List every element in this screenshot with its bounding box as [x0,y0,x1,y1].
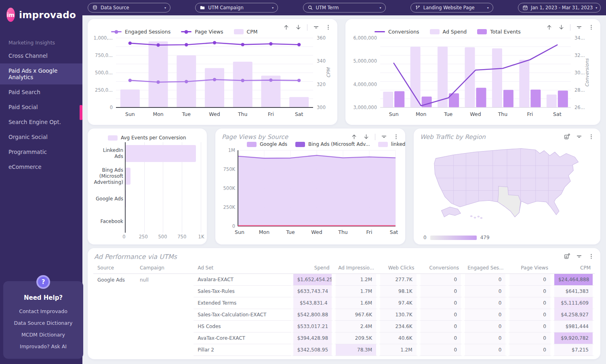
filter-icon[interactable] [313,24,320,31]
legend-swatch [181,31,191,32]
filter-landing-website-page[interactable]: Landing Website Page▾ [410,3,493,13]
filter-utm-campaign[interactable]: UTM Campaign▾ [195,3,278,13]
arrow-up-icon[interactable] [546,24,553,31]
legend-item-bing-ads-microsoft-adv-[interactable]: Bing Ads (Microsoft Adv... [295,141,370,147]
kebab-menu-icon[interactable] [393,133,400,140]
arrow-down-icon[interactable] [558,24,565,31]
svg-text:Sun: Sun [389,111,399,117]
help-question-icon[interactable]: ? [36,275,50,289]
legend-item-linkedin[interactable]: linkedin [378,141,405,147]
search-icon [307,5,313,11]
improvado-logo[interactable]: im improvado [0,0,82,22]
svg-text:Sun: Sun [235,229,244,235]
sidebar-item-paid-social[interactable]: Paid Social [0,100,82,114]
legend-item-engaged-sessions[interactable]: Engaged Sessions [111,29,170,35]
legend-item-google-ads[interactable]: Google Ads [247,141,287,147]
legend-swatch [477,29,487,34]
kebab-menu-icon[interactable] [588,253,595,260]
column-header-clicks[interactable]: Web Clicks [378,263,419,274]
legend-item-total-events[interactable]: Total Events [477,29,521,35]
legend-swatch [375,31,385,32]
help-link-improvado-ask-ai[interactable]: Improvado? Ask AI [6,341,80,352]
cell-campaign [136,309,194,321]
filter-label: UTM Campaign [208,5,243,11]
column-header-page_views[interactable]: Page Views [507,263,552,274]
hbar-category-label: Google Ads [93,196,125,202]
sidebar-item-programmatic[interactable]: Programmatic [0,145,82,159]
column-header-ad_set[interactable]: Ad Set [194,263,291,274]
chart-settings-icon[interactable] [564,253,570,260]
svg-text:Sat: Sat [295,111,303,117]
folder-icon [200,5,205,11]
kebab-menu-icon[interactable] [325,24,332,31]
hbar-plot-area [125,210,201,233]
sidebar-item-organic-social[interactable]: Organic Social [0,130,82,144]
filter-data-source[interactable]: Data Source▾ [88,3,170,13]
arrow-down-icon[interactable] [363,133,370,140]
chart-legend: Avg Events per Conversion [108,135,201,141]
cell-conversions: 0 [419,297,463,309]
filter-bar: Data Source▾UTM Campaign▾UTM Term▾Landin… [82,0,606,15]
column-header-cpm[interactable]: CPM [552,263,595,274]
legend-item-conversions[interactable]: Conversions [375,29,419,35]
svg-text:Sun: Sun [125,111,135,117]
cell-clicks: 98.1K [378,286,419,297]
sidebar-item-ecommerce[interactable]: eCommerce [0,160,82,174]
sidebar-item-paid-search[interactable]: Paid Search [0,85,82,99]
cell-cpm: $641,383 [552,286,595,297]
arrow-up-icon[interactable] [283,24,290,31]
help-card: ? Need Help? Contact ImprovadoData Sourc… [3,281,83,359]
column-header-conversions[interactable]: Conversions [419,263,463,274]
svg-text:500,0...: 500,0... [95,70,113,76]
filter-icon[interactable] [576,133,583,140]
filter-date-range[interactable]: Jan 1, 2023 - Mar 31, 2023▾ [518,3,601,13]
column-header-spend[interactable]: Spend [291,263,334,274]
us-map [419,141,595,220]
cell-ad_set: Sales-Tax-Rules [194,286,291,297]
cell-ad_set: Sales-Tax-Calculation-EXACT [194,309,291,321]
help-link-mcdm-dictionary[interactable]: MCDM Dictionary [6,329,80,341]
legend-label: Ad Spend [443,29,467,35]
filter-icon[interactable] [576,253,583,260]
filter-icon[interactable] [381,133,387,140]
help-link-data-source-dictionary[interactable]: Data Source Dictionary [6,317,80,329]
column-header-engaged[interactable]: Engaged Ses... [463,263,507,274]
hbar-category-label: Bing Ads(MicrosoftAdvertising) [93,167,125,185]
svg-text:Fri: Fri [366,229,372,235]
cell-ad_set: AvaTax-Core-EXACT [194,332,291,344]
kebab-menu-icon[interactable] [588,24,595,31]
card-conversions-adspend-events: ConversionsAd SpendTotal Events 6,000,00… [345,19,600,125]
svg-text:320: 320 [317,82,326,87]
sidebar-item-cross-channel[interactable]: Cross Channel [0,48,82,63]
kebab-menu-icon[interactable] [588,133,595,140]
cell-spend: $633,743.74 [291,286,334,297]
legend-item-avg-events-per-conversion[interactable]: Avg Events per Conversion [108,135,186,141]
cell-page_views: 0 [507,332,552,344]
column-header-source[interactable]: Source [93,263,136,274]
cell-source [93,286,136,297]
legend-swatch [295,142,305,147]
filter-utm-term[interactable]: UTM Term▾ [303,3,386,13]
cell-clicks: 277.7K [378,274,419,286]
svg-text:0: 0 [232,223,235,229]
chart-settings-icon[interactable] [564,133,570,140]
hbar-row: Google Ads [93,187,201,210]
arrow-down-icon[interactable] [295,24,302,31]
hbar-x-axis: 02505007501K [124,233,201,240]
help-link-contact-improvado[interactable]: Contact Improvado [6,305,80,317]
svg-text:300: 300 [317,105,326,110]
filter-icon[interactable] [576,24,583,31]
filter-label: Landing Website Page [423,5,475,11]
svg-text:Sat: Sat [390,229,398,235]
cell-page_views: 0 [507,297,552,309]
sidebar-scroll-indicator[interactable] [80,105,82,120]
arrow-up-icon[interactable] [351,133,358,140]
legend-item-ad-spend[interactable]: Ad Spend [430,29,467,35]
legend-item-cpm[interactable]: CPM [234,29,258,35]
column-header-campaign[interactable]: Campaign [136,263,194,274]
sidebar-item-search-engine-opt-[interactable]: Search Engine Opt. [0,115,82,129]
axis-tick-label: 250 [139,234,148,240]
sidebar-item-paid-ads-x-google-analytics[interactable]: Paid Ads x Google Analytics [0,63,82,84]
column-header-impressions[interactable]: Ad Impressio... [334,263,378,274]
legend-item-page-views[interactable]: Page Views [181,29,223,35]
